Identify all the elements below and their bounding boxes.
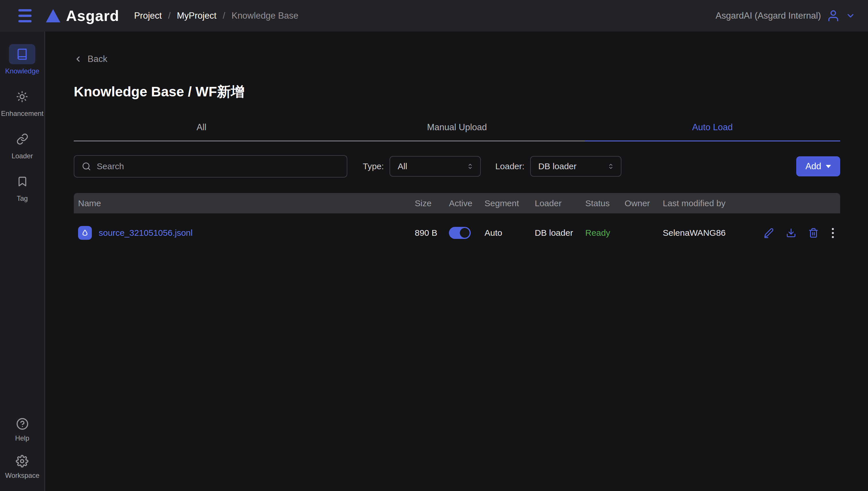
segment-value: Auto xyxy=(485,228,535,238)
column-header-active: Active xyxy=(449,199,485,208)
table-header: Name Size Active Segment Loader Status O… xyxy=(74,193,840,213)
type-filter-label: Type: xyxy=(363,162,384,171)
brand-name: Asgard xyxy=(66,7,119,24)
more-options-button[interactable] xyxy=(831,227,835,239)
breadcrumb-project[interactable]: Project xyxy=(134,10,162,21)
download-button[interactable] xyxy=(786,228,796,238)
back-label: Back xyxy=(87,54,107,64)
column-header-loader: Loader xyxy=(535,199,585,208)
toggle-knob xyxy=(460,228,469,238)
sidebar-item-help[interactable]: Help xyxy=(9,416,35,442)
pencil-icon xyxy=(763,228,774,238)
breadcrumb-myproject[interactable]: MyProject xyxy=(177,10,216,21)
column-header-segment: Segment xyxy=(485,199,535,208)
sidebar-item-enhancement[interactable]: Enhancement xyxy=(1,87,43,118)
breadcrumb-separator: / xyxy=(168,10,171,21)
add-button[interactable]: Add xyxy=(796,156,840,176)
file-size: 890 B xyxy=(415,228,449,238)
sidebar-item-workspace[interactable]: Workspace xyxy=(5,454,39,480)
account-name: AsgardAI (Asgard Internal) xyxy=(715,10,821,21)
sidebar-item-knowledge[interactable]: Knowledge xyxy=(5,44,39,75)
sidebar-item-label: Loader xyxy=(11,152,33,160)
sidebar-item-label: Help xyxy=(15,434,29,442)
search-input[interactable] xyxy=(96,161,339,172)
search-icon xyxy=(82,162,91,171)
caret-down-icon xyxy=(826,165,831,168)
table-row: source_321051056.jsonl 890 B Auto DB loa… xyxy=(74,218,840,248)
search-box[interactable] xyxy=(74,155,347,177)
type-select[interactable]: All xyxy=(389,156,481,177)
main-content: Back Knowledge Base / WF新增 All Manual Up… xyxy=(45,54,868,248)
sidebar-item-label: Tag xyxy=(17,195,28,202)
loader-select[interactable]: DB loader xyxy=(530,156,621,177)
tab-bar: All Manual Upload Auto Load xyxy=(74,122,840,141)
status-badge: Ready xyxy=(585,228,625,238)
breadcrumb-separator: / xyxy=(223,10,225,21)
sidebar-item-tag[interactable]: Tag xyxy=(9,172,35,202)
column-header-status: Status xyxy=(585,199,625,208)
top-bar: Asgard Project / MyProject / Knowledge B… xyxy=(0,0,868,32)
sidebar-item-label: Enhancement xyxy=(1,110,43,118)
trash-icon xyxy=(808,228,819,238)
breadcrumb: Project / MyProject / Knowledge Base xyxy=(134,10,298,21)
hamburger-menu-icon[interactable] xyxy=(18,9,32,22)
type-select-value: All xyxy=(398,162,407,171)
user-icon[interactable] xyxy=(827,9,840,22)
question-circle-icon xyxy=(16,417,29,430)
tab-auto-load[interactable]: Auto Load xyxy=(585,122,840,141)
chevron-down-icon[interactable] xyxy=(846,11,856,21)
sidebar-item-label: Knowledge xyxy=(5,67,39,75)
loader-filter-label: Loader: xyxy=(495,162,524,171)
sidebar: Knowledge Enhancement Loader xyxy=(0,32,45,491)
sidebar-item-loader[interactable]: Loader xyxy=(9,129,35,160)
delete-button[interactable] xyxy=(808,228,819,238)
select-chevrons-icon xyxy=(466,162,474,171)
column-header-last-modified-by: Last modified by xyxy=(663,199,763,208)
back-button[interactable]: Back xyxy=(74,54,107,64)
sun-icon xyxy=(16,91,28,103)
file-name-link[interactable]: source_321051056.jsonl xyxy=(99,228,193,238)
gear-icon xyxy=(16,455,28,467)
select-chevrons-icon xyxy=(607,162,615,171)
loader-select-value: DB loader xyxy=(538,162,576,171)
active-toggle[interactable] xyxy=(449,227,471,239)
loader-value: DB loader xyxy=(535,228,585,238)
tab-all[interactable]: All xyxy=(74,122,329,141)
sidebar-item-label: Workspace xyxy=(5,471,39,480)
filter-row: Type: All Loader: DB loader Add xyxy=(74,155,840,177)
edit-button[interactable] xyxy=(763,228,774,238)
breadcrumb-knowledge-base: Knowledge Base xyxy=(232,10,299,21)
column-header-name: Name xyxy=(78,199,415,208)
link-icon xyxy=(16,133,28,145)
book-icon xyxy=(16,48,28,60)
row-actions xyxy=(763,227,843,239)
asgard-logo-icon xyxy=(46,9,60,22)
column-header-size: Size xyxy=(415,199,449,208)
file-type-icon xyxy=(78,226,92,240)
add-button-label: Add xyxy=(806,161,821,172)
chevron-left-icon xyxy=(74,55,82,63)
bookmark-icon xyxy=(17,176,28,187)
page-title: Knowledge Base / WF新增 xyxy=(74,83,840,101)
documents-table: Name Size Active Segment Loader Status O… xyxy=(74,193,840,248)
tab-manual-upload[interactable]: Manual Upload xyxy=(329,122,585,141)
download-icon xyxy=(786,228,796,238)
last-modified-by-value: SelenaWANG86 xyxy=(663,228,763,238)
file-glyph-icon xyxy=(80,228,89,237)
column-header-owner: Owner xyxy=(625,199,663,208)
